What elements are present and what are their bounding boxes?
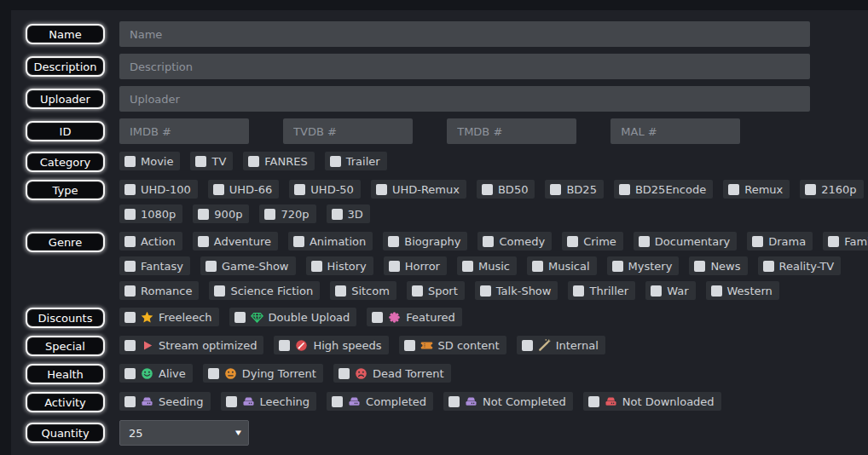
chip-family[interactable]: Family xyxy=(823,232,868,251)
checkbox[interactable] xyxy=(124,261,136,272)
chip-trailer[interactable]: Trailer xyxy=(325,152,387,170)
checkbox[interactable] xyxy=(124,368,136,379)
chip-featured[interactable]: Featured xyxy=(367,308,461,326)
checkbox[interactable] xyxy=(294,184,305,195)
chip-double-upload[interactable]: Double Upload xyxy=(229,308,357,326)
chip-720p[interactable]: 720p xyxy=(259,204,315,223)
chip-music[interactable]: Music xyxy=(457,256,517,275)
chip-romance[interactable]: Romance xyxy=(119,281,199,300)
chip-internal[interactable]: Internal xyxy=(517,336,605,354)
checkbox[interactable] xyxy=(335,285,346,297)
checkbox[interactable] xyxy=(389,261,400,272)
chip-horror[interactable]: Horror xyxy=(384,256,447,275)
checkbox[interactable] xyxy=(195,156,206,167)
checkbox[interactable] xyxy=(124,236,136,247)
chip-tv[interactable]: TV xyxy=(190,152,233,170)
checkbox[interactable] xyxy=(311,261,322,272)
chip-news[interactable]: News xyxy=(689,256,747,275)
checkbox[interactable] xyxy=(279,340,290,351)
checkbox[interactable] xyxy=(124,396,136,407)
chip-seeding[interactable]: Seeding xyxy=(119,392,211,411)
checkbox[interactable] xyxy=(234,312,246,323)
checkbox[interactable] xyxy=(226,396,237,407)
checkbox[interactable] xyxy=(332,396,343,407)
chip-not-downloaded[interactable]: Not Downloaded xyxy=(583,392,721,411)
checkbox[interactable] xyxy=(124,209,136,220)
checkbox[interactable] xyxy=(339,368,350,379)
chip-bd50[interactable]: BD50 xyxy=(477,180,535,199)
chip-1080p[interactable]: 1080p xyxy=(119,204,182,223)
chip-history[interactable]: History xyxy=(306,256,373,275)
chip-uhd-66[interactable]: UHD-66 xyxy=(208,180,280,199)
tvdb-input[interactable] xyxy=(283,118,413,144)
chip-action[interactable]: Action xyxy=(119,232,182,251)
checkbox[interactable] xyxy=(612,261,623,272)
checkbox[interactable] xyxy=(483,236,494,247)
chip-animation[interactable]: Animation xyxy=(288,232,373,251)
checkbox[interactable] xyxy=(448,396,460,407)
checkbox[interactable] xyxy=(124,312,136,323)
checkbox[interactable] xyxy=(763,261,774,272)
discounts-button[interactable]: Discounts xyxy=(26,308,105,328)
mal-input[interactable] xyxy=(610,118,740,144)
checkbox[interactable] xyxy=(124,340,136,351)
checkbox[interactable] xyxy=(828,236,839,247)
chip-uhd-remux[interactable]: UHD-Remux xyxy=(371,180,466,199)
chip-900p[interactable]: 900p xyxy=(193,204,249,223)
chip-documentary[interactable]: Documentary xyxy=(634,232,737,251)
chip-game-show[interactable]: Game-Show xyxy=(200,256,295,275)
checkbox[interactable] xyxy=(124,285,136,297)
checkbox[interactable] xyxy=(198,209,209,220)
chip-movie[interactable]: Movie xyxy=(119,152,180,170)
checkbox[interactable] xyxy=(214,285,225,297)
checkbox[interactable] xyxy=(208,368,219,379)
checkbox[interactable] xyxy=(412,285,423,297)
chip-sport[interactable]: Sport xyxy=(407,281,465,300)
checkbox[interactable] xyxy=(550,184,561,195)
checkbox[interactable] xyxy=(124,156,136,167)
checkbox[interactable] xyxy=(462,261,473,272)
activity-button[interactable]: Activity xyxy=(26,392,105,412)
chip-2160p[interactable]: 2160p xyxy=(800,180,863,199)
quantity-button[interactable]: Quantity xyxy=(26,423,105,443)
checkbox[interactable] xyxy=(588,396,599,407)
checkbox[interactable] xyxy=(694,261,705,272)
checkbox[interactable] xyxy=(480,285,491,297)
checkbox[interactable] xyxy=(619,184,630,195)
checkbox[interactable] xyxy=(404,340,415,351)
genre-button[interactable]: Genre xyxy=(26,232,105,252)
checkbox[interactable] xyxy=(198,236,209,247)
checkbox[interactable] xyxy=(728,184,739,195)
description-button[interactable]: Description xyxy=(26,56,105,77)
chip-high-speeds[interactable]: High speeds xyxy=(274,336,388,354)
chip-freeleech[interactable]: Freeleech xyxy=(119,308,219,326)
checkbox[interactable] xyxy=(213,184,224,195)
chip-leeching[interactable]: Leeching xyxy=(221,392,317,411)
chip-reality-tv[interactable]: Reality-TV xyxy=(758,256,842,275)
chip-musical[interactable]: Musical xyxy=(527,256,597,275)
chip-uhd-50[interactable]: UHD-50 xyxy=(289,180,361,199)
uploader-input[interactable] xyxy=(119,86,810,112)
chip-mystery[interactable]: Mystery xyxy=(607,256,680,275)
chip-dying-torrent[interactable]: Dying Torrent xyxy=(203,364,323,383)
chip-crime[interactable]: Crime xyxy=(562,232,623,251)
health-button[interactable]: Health xyxy=(26,364,105,384)
checkbox[interactable] xyxy=(124,184,136,195)
checkbox[interactable] xyxy=(248,156,259,167)
chip-3d[interactable]: 3D xyxy=(327,204,370,223)
checkbox[interactable] xyxy=(330,156,341,167)
chip-sd-content[interactable]: SD content xyxy=(399,336,506,354)
chip-fantasy[interactable]: Fantasy xyxy=(119,256,190,275)
checkbox[interactable] xyxy=(532,261,543,272)
chip-sitcom[interactable]: Sitcom xyxy=(330,281,396,300)
chip-science-fiction[interactable]: Science Fiction xyxy=(209,281,320,300)
chip-not-completed[interactable]: Not Completed xyxy=(443,392,573,411)
checkbox[interactable] xyxy=(752,236,763,247)
checkbox[interactable] xyxy=(372,312,383,323)
chip-dead-torrent[interactable]: Dead Torrent xyxy=(333,364,451,383)
imdb-input[interactable] xyxy=(119,118,249,144)
checkbox[interactable] xyxy=(293,236,304,247)
name-button[interactable]: Name xyxy=(26,24,105,44)
checkbox[interactable] xyxy=(711,285,722,297)
description-input[interactable] xyxy=(119,54,810,79)
